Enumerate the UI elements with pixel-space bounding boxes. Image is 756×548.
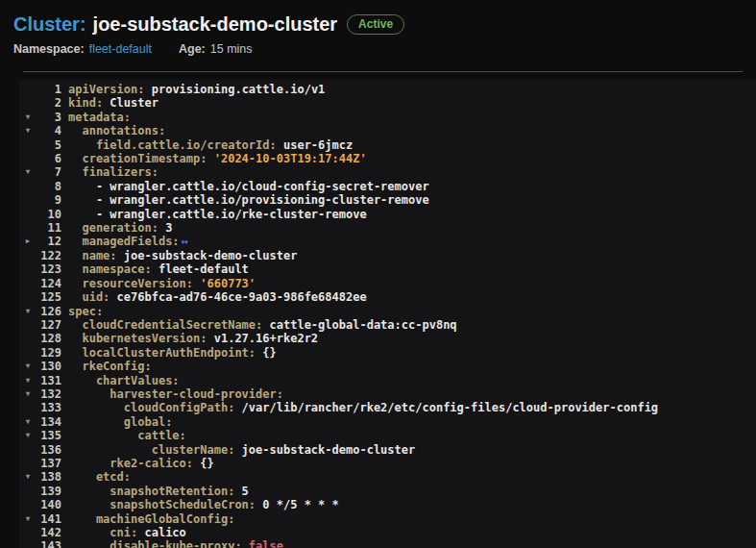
fold-gutter-spacer [19, 443, 37, 457]
code-line: ▼134 global: [19, 415, 756, 429]
code-line: ▼138 etcd: [19, 470, 756, 484]
fold-gutter-spacer [19, 221, 37, 235]
code-text: etcd: [68, 470, 131, 484]
collapsed-code-marker[interactable]: ↔ [180, 235, 190, 248]
code-line: 8 - wrangler.cattle.io/cloud-config-secr… [19, 180, 756, 193]
fold-gutter-spacer [19, 332, 37, 345]
line-number: 7 [37, 165, 61, 179]
code-text: apiVersion: provisioning.cattle.io/v1 [68, 83, 325, 96]
code-line: 1apiVersion: provisioning.cattle.io/v1 [19, 83, 756, 96]
fold-toggle-icon[interactable]: ▼ [19, 124, 37, 137]
fold-gutter-spacer [19, 249, 37, 262]
code-text: field.cattle.io/creatorId: user-6jmcz [68, 138, 353, 152]
code-text: resourceVersion: '660773' [68, 277, 256, 290]
code-line: 123 namespace: fleet-default [19, 262, 756, 276]
fold-gutter-spacer [19, 457, 37, 470]
code-text: disable-kube-proxy: false [68, 539, 283, 548]
line-number: 141 [37, 512, 61, 526]
line-number: 127 [37, 318, 61, 332]
line-number: 133 [37, 401, 61, 414]
code-text: managedFields:↔ [68, 235, 190, 248]
line-number: 1 [37, 83, 61, 96]
fold-toggle-icon[interactable]: ▼ [19, 111, 37, 124]
code-text: chartValues: [68, 374, 180, 387]
fold-toggle-icon[interactable]: ▶ [19, 235, 37, 248]
code-line: 6 creationTimestamp: '2024-10-03T19:17:4… [19, 152, 756, 165]
line-number: 134 [37, 415, 61, 429]
status-badge: Active [347, 14, 404, 35]
code-text: kubernetesVersion: v1.27.16+rke2r2 [68, 332, 318, 345]
code-text: name: joe-substack-demo-cluster [68, 249, 297, 262]
page-title: Cluster: joe-substack-demo-cluster Activ… [13, 12, 743, 36]
code-line: 10 - wrangler.cattle.io/rke-cluster-remo… [19, 208, 756, 221]
code-line: ▼132 harvester-cloud-provider: [19, 387, 756, 401]
age-group: Age:15 mins [179, 42, 253, 57]
code-text: - wrangler.cattle.io/rke-cluster-remove [68, 208, 367, 221]
line-number: 122 [37, 249, 61, 262]
code-line: 129 localClusterAuthEndpoint: {} [19, 346, 756, 360]
fold-toggle-icon[interactable]: ▼ [19, 374, 37, 387]
line-number: 132 [37, 387, 61, 401]
code-line: 128 kubernetesVersion: v1.27.16+rke2r2 [19, 332, 756, 345]
fold-gutter-spacer [19, 346, 37, 360]
fold-toggle-icon[interactable]: ▼ [19, 415, 37, 429]
code-text: namespace: fleet-default [68, 262, 249, 276]
code-line: ▼131 chartValues: [19, 374, 756, 387]
code-text: cloudConfigPath: /var/lib/rancher/rke2/e… [68, 401, 658, 414]
code-line: 140 snapshotScheduleCron: 0 */5 * * * [19, 498, 756, 511]
code-line: 11 generation: 3 [19, 221, 756, 235]
line-number: 12 [37, 235, 61, 248]
line-number: 123 [37, 262, 61, 276]
code-text: rkeConfig: [68, 360, 152, 373]
fold-gutter-spacer [19, 498, 37, 511]
line-number: 9 [37, 193, 61, 207]
code-text: annotations: [68, 124, 165, 137]
fold-toggle-icon[interactable]: ▼ [19, 429, 37, 442]
fold-toggle-icon[interactable]: ▼ [19, 387, 37, 401]
code-text: rke2-calico: {} [68, 457, 214, 470]
code-line: 122 name: joe-substack-demo-cluster [19, 249, 756, 262]
line-number: 6 [37, 152, 61, 165]
fold-gutter-spacer [19, 193, 37, 207]
fold-gutter-spacer [19, 96, 37, 110]
code-line: ▼126spec: [19, 305, 756, 318]
line-number: 125 [37, 290, 61, 304]
code-line: 2kind: Cluster [19, 96, 756, 110]
code-line: 5 field.cattle.io/creatorId: user-6jmcz [19, 138, 756, 152]
line-number: 142 [37, 526, 61, 539]
line-number: 136 [37, 443, 61, 457]
yaml-editor[interactable]: 1apiVersion: provisioning.cattle.io/v12k… [19, 80, 756, 548]
code-line: 133 cloudConfigPath: /var/lib/rancher/rk… [19, 401, 756, 414]
resource-meta-row: Namespace: fleet-default Age:15 mins [13, 42, 743, 57]
code-text: harvester-cloud-provider: [68, 387, 283, 401]
line-number: 2 [37, 96, 61, 110]
fold-gutter-spacer [19, 318, 37, 332]
fold-toggle-icon[interactable]: ▼ [19, 305, 37, 318]
line-number: 5 [37, 138, 61, 152]
code-line: ▼130 rkeConfig: [19, 360, 756, 373]
fold-toggle-icon[interactable]: ▼ [19, 470, 37, 484]
cluster-detail-page: Cluster: joe-substack-demo-cluster Activ… [0, 0, 756, 548]
code-text: finalizers: [68, 165, 159, 179]
code-text: creationTimestamp: '2024-10-03T19:17:44Z… [68, 152, 367, 165]
code-line: ▼3metadata: [19, 111, 756, 124]
namespace-link[interactable]: fleet-default [89, 42, 152, 57]
line-number: 128 [37, 332, 61, 345]
code-line: ▼7 finalizers: [19, 165, 756, 179]
code-text: uid: ce76bfca-ad76-46ce-9a03-986fe68482e… [68, 290, 367, 304]
code-line: ▶12 managedFields:↔ [19, 235, 756, 248]
age-value: 15 mins [210, 42, 253, 56]
line-number: 140 [37, 498, 61, 511]
line-number: 126 [37, 305, 61, 318]
fold-toggle-icon[interactable]: ▼ [19, 512, 37, 526]
fold-toggle-icon[interactable]: ▼ [19, 165, 37, 179]
line-number: 4 [37, 124, 61, 137]
code-text: - wrangler.cattle.io/provisioning-cluste… [68, 193, 429, 207]
fold-gutter-spacer [19, 180, 37, 193]
fold-gutter-spacer [19, 539, 37, 548]
code-text: snapshotRetention: 5 [68, 485, 249, 498]
fold-gutter-spacer [19, 262, 37, 276]
code-text: metadata: [68, 111, 131, 124]
code-text: - wrangler.cattle.io/cloud-config-secret… [68, 180, 429, 193]
fold-toggle-icon[interactable]: ▼ [19, 360, 37, 373]
